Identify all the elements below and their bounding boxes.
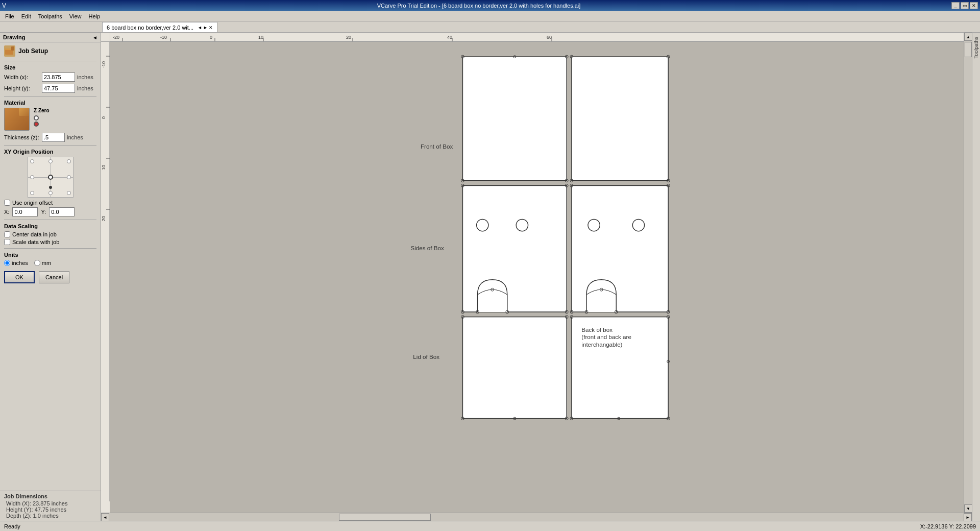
origin-dot-tm[interactable] [48,159,53,163]
xy-origin-label: XY Origin Position [4,149,96,155]
center-data-label: Center data in job [12,231,57,237]
origin-dot-mr[interactable] [67,175,71,179]
origin-dot-center[interactable] [48,175,53,180]
h-ruler-svg: -20 -10 0 10 20 40 60 [110,33,964,42]
main-tab[interactable]: 6 board box no border,ver 2.0 wit... ◄ ►… [102,22,217,32]
menu-edit[interactable]: Edit [18,12,34,20]
minimize-button[interactable]: _ [951,2,960,9]
scroll-right-button[interactable]: ► [964,513,972,521]
z-zero-top-radio[interactable] [34,115,96,120]
material-preview [4,108,30,131]
origin-dot-tl[interactable] [30,159,34,163]
height-input[interactable] [42,84,75,93]
z-zero-bottom-radio[interactable] [34,122,96,127]
tab-close-button[interactable]: ✕ [209,25,213,30]
use-origin-offset-label: Use origin offset [12,200,53,206]
mm-label: mm [42,260,51,266]
menu-help[interactable]: Help [85,12,103,20]
use-origin-offset-checkbox[interactable] [4,200,10,206]
inches-label: inches [12,260,28,266]
coord-row: X: Y: [4,207,96,216]
scroll-left-button[interactable]: ◄ [101,513,109,521]
z-zero-top-dot [34,115,39,120]
svg-rect-35 [572,57,668,181]
title-bar-icon: V [2,2,6,9]
job-dim-height: Height (Y): 47.75 inches [6,506,96,513]
content-area: Drawing ◄ Job Setup Size [0,33,980,521]
thickness-unit: inches [67,134,83,140]
origin-dot-tr[interactable] [67,159,71,163]
app-container: 6 board box no border,ver 2.0 wit... ◄ ►… [0,21,980,531]
origin-dot-br[interactable] [67,191,71,195]
toolpaths-panel: Toolpaths [972,33,980,521]
drawing-svg: Front of Box [110,42,964,513]
origin-active-indicator [49,186,52,189]
origin-dot-bm[interactable] [48,191,53,195]
center-data-row: Center data in job [4,231,96,237]
canvas-wrapper: -20 -10 0 10 20 40 60 [101,33,972,521]
close-button[interactable]: ✕ [970,2,978,9]
width-row: Width (x): inches [4,73,96,82]
z-zero-row: Z Zero [34,108,96,127]
tab-nav-right[interactable]: ► [203,25,208,30]
svg-text:-10: -10 [101,61,106,68]
job-dim-depth: Depth (Z): 1.0 inches [6,513,96,519]
scroll-thumb-h[interactable] [339,514,431,521]
origin-dot-bl[interactable] [30,191,34,195]
job-dimensions: Job Dimensions Width (X): 23.875 inches … [0,491,101,521]
title-bar-title: VCarve Pro Trial Edition - [6 board box … [6,3,951,9]
v-ruler-svg: -10 0 10 20 [101,42,110,501]
scroll-down-button[interactable]: ▼ [964,504,972,513]
x-coord-input[interactable] [12,207,38,216]
menu-file[interactable]: File [2,12,17,20]
mm-radio[interactable] [34,260,40,266]
tab-nav-left[interactable]: ◄ [198,25,202,30]
panel-collapse-button[interactable]: ◄ [92,35,97,40]
svg-rect-50 [572,185,668,311]
toolpaths-label: Toolpaths [973,37,979,59]
coordinates-display: X:-22.9136 Y: 22.2099 [920,523,976,529]
scale-data-row: Scale data with job [4,239,96,245]
xy-origin-grid-container [4,157,96,198]
svg-text:40: 40 [447,35,452,40]
svg-rect-60 [462,317,567,419]
thickness-label: Thickness (z): [4,134,40,140]
menu-toolpaths[interactable]: Toolpaths [35,12,65,20]
ok-button[interactable]: OK [4,271,35,283]
menu-bar: File Edit Toolpaths View Help [0,11,980,21]
menu-view[interactable]: View [66,12,85,20]
scroll-track-v[interactable] [964,41,972,504]
drawing-canvas[interactable]: Front of Box [110,42,964,513]
svg-text:-10: -10 [160,35,167,40]
svg-text:0: 0 [101,116,106,119]
svg-text:0: 0 [210,35,212,40]
horizontal-ruler: -20 -10 0 10 20 40 60 [110,33,964,42]
y-coord-input[interactable] [49,207,75,216]
mm-radio-label[interactable]: mm [34,260,51,266]
scroll-track-h[interactable] [109,513,964,521]
inches-radio[interactable] [4,260,10,266]
cancel-button[interactable]: Cancel [39,271,69,283]
height-label: Height (y): [4,85,40,91]
data-scaling-label: Data Scaling [4,223,96,229]
origin-dot-ml[interactable] [30,175,34,179]
thickness-input[interactable] [42,133,65,142]
title-bar: V VCarve Pro Trial Edition - [6 board bo… [0,0,980,11]
svg-text:60: 60 [547,35,552,40]
center-data-checkbox[interactable] [4,231,10,237]
width-input[interactable] [42,73,75,82]
height-row: Height (y): inches [4,84,96,93]
vertical-scrollbar: ▲ ▼ [964,33,972,513]
inches-radio-label[interactable]: inches [4,260,28,266]
svg-rect-2 [11,46,14,51]
vertical-ruler: -10 0 10 20 [101,42,110,513]
scale-data-checkbox[interactable] [4,239,10,245]
scroll-up-button[interactable]: ▲ [964,33,972,41]
use-origin-offset-row: Use origin offset [4,200,96,206]
scroll-thumb-v[interactable] [965,42,972,57]
z-zero-bottom-dot [34,122,39,127]
job-setup-panel: Job Setup Size Width (x): inches Height … [0,42,101,286]
restore-button[interactable]: ▭ [961,2,969,9]
job-dim-title: Job Dimensions [4,493,96,499]
x-coord-label: X: [4,209,9,215]
